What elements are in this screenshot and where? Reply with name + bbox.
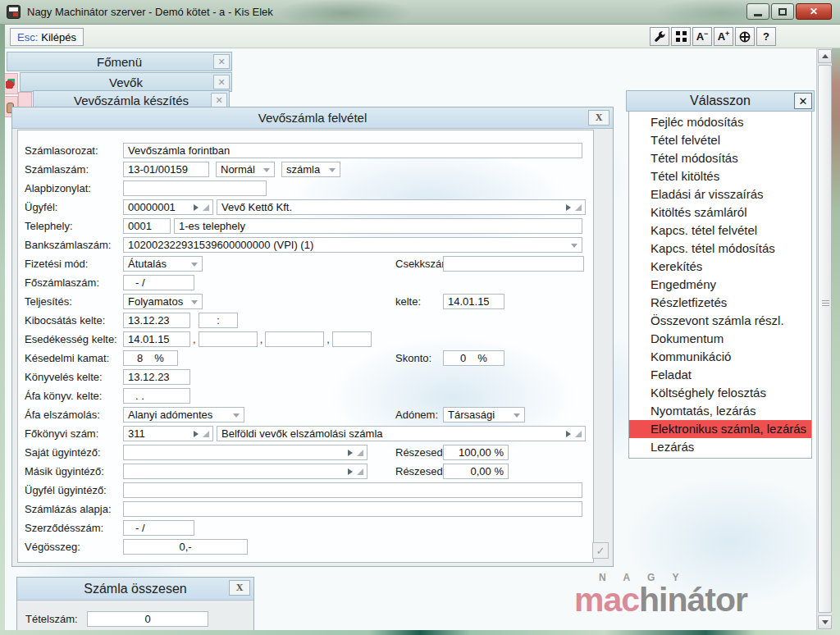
summary-close-button[interactable]: X (229, 580, 250, 596)
kibocsatas-ido-input[interactable]: : (199, 313, 238, 328)
fomenu-close-button[interactable]: ✕ (213, 54, 230, 69)
summary-title: Számla összesen (84, 582, 186, 596)
invoice-dialog-close-button[interactable]: X (588, 110, 609, 126)
form-row: Ügyfél ügyintéző: (25, 481, 587, 500)
kesedelmi-kamat-input[interactable]: 8% (123, 350, 178, 366)
form-row: Esedékesség kelte: 14.01.15 , , , (25, 330, 587, 349)
scroll-up-button[interactable] (818, 49, 832, 63)
menu-item[interactable]: Engedmény (629, 276, 811, 294)
corner-grip-icon (203, 431, 209, 437)
close-button[interactable]: ✕ (796, 3, 832, 20)
vevok-close-button[interactable]: ✕ (213, 75, 230, 89)
telephely-code-input[interactable]: 0001 (123, 218, 171, 234)
menu-item[interactable]: Kerekítés (629, 258, 811, 276)
tetelszam-input[interactable]: 0 (87, 611, 208, 627)
window-title: Nagy Machinátor szerver - Demó kötet - a… (27, 6, 273, 18)
menu-item[interactable]: Kapcs. tétel felvétel (629, 222, 811, 240)
layout-button[interactable] (671, 27, 691, 46)
bankszamla-select[interactable]: 102002322931539600000000 (VPI) (1) (123, 237, 582, 253)
invoice-dialog-title: Vevőszámla felvétel (258, 111, 368, 125)
menu-item[interactable]: Nyomtatás, lezárás (629, 402, 811, 420)
menu-item[interactable]: Dokumentum (629, 330, 811, 348)
menu-item[interactable]: Eladási ár visszaírás (629, 185, 811, 203)
afa-elszamolas-select[interactable]: Alanyi adómentes (123, 407, 244, 423)
fomenu-window-titlebar[interactable]: Főmenü ✕ (7, 52, 232, 71)
szamlaszam-type-select[interactable]: Normál (216, 162, 275, 177)
szamlaszam-kind-select[interactable]: számla (281, 162, 340, 177)
tetelszam-label: Tételszám: (25, 613, 87, 625)
font-larger-button[interactable]: A+ (714, 27, 733, 46)
ugyfel-name-lookup[interactable]: Vevő Kettő Kft. (217, 199, 586, 215)
sajat-reszesedes-input[interactable]: 100,00 % (443, 445, 509, 460)
teljesites-select[interactable]: Folyamatos (123, 294, 203, 309)
vegosszeg-input[interactable]: 0,- (123, 539, 248, 555)
scroll-down-button[interactable] (818, 615, 832, 629)
menu-item[interactable]: Lezárás (629, 438, 811, 456)
field-label: Késedelmi kamat: (25, 352, 123, 364)
skonto-input[interactable]: 0% (443, 350, 504, 366)
alapbizonylat-input[interactable] (123, 180, 267, 196)
menu-item[interactable]: Kapcs. tétel módosítás (629, 240, 811, 258)
szerzodesszam-input[interactable]: - / (123, 520, 194, 536)
menu-item[interactable]: Elektronikus számla, lezárás (629, 420, 811, 438)
esedekesseg-3-input[interactable] (265, 331, 324, 347)
fokonyvi-code-lookup[interactable]: 311 (123, 426, 213, 441)
font-smaller-button[interactable]: A− (692, 27, 712, 46)
lookup-arrow-icon (194, 204, 199, 211)
vevoszamla-close-button[interactable]: ✕ (211, 93, 227, 107)
ugyfel-ugyintezo-input[interactable] (123, 482, 582, 498)
field-label: Teljesítés: (25, 295, 123, 308)
vertical-scrollbar[interactable] (816, 48, 832, 630)
telephely-name-input[interactable]: 1-es telephely (174, 218, 582, 234)
menu-item[interactable]: Feladat (629, 366, 811, 384)
menu-item[interactable]: Tétel kitöltés (629, 167, 811, 185)
arrow-down-icon (822, 620, 829, 624)
foszamlaszam-input[interactable]: - / (123, 275, 194, 290)
fizetesimod-select[interactable]: Átutalás (123, 256, 203, 272)
brand-logo: N A G Y machinátor (574, 572, 820, 616)
exit-button[interactable]: Esc: Kilépés (10, 28, 84, 46)
corner-grip-icon (357, 468, 363, 475)
summary-row: Tételszám: 0 (25, 611, 208, 627)
menu-item[interactable]: Fejléc módosítás (629, 113, 811, 131)
szamlaszam-input[interactable]: 13-01/00159 (123, 162, 209, 177)
afa-konyveles-kelte-input[interactable]: . . (123, 388, 190, 404)
vevok-window-titlebar[interactable]: Vevők ✕ (20, 72, 232, 92)
menu-item[interactable]: Tétel felvétel (629, 131, 811, 149)
menu-item[interactable]: Kitöltés számláról (629, 203, 811, 222)
masik-ugyintezo-lookup[interactable] (123, 464, 368, 479)
konyveles-kelte-input[interactable]: 13.12.23 (123, 369, 190, 385)
esedekesseg-kelte-input[interactable]: 14.01.15 (123, 331, 190, 347)
minimize-button[interactable] (746, 3, 769, 20)
scrollbar-thumb[interactable] (818, 65, 832, 613)
menu-item[interactable]: Részletfizetés (629, 294, 811, 312)
fomenu-title: Főmenü (97, 55, 142, 69)
szamlasorozat-input[interactable]: Vevőszámla forintban (123, 143, 582, 158)
confirm-button[interactable]: ✓ (592, 542, 609, 559)
sajat-ugyintezo-lookup[interactable] (123, 445, 368, 460)
field-label: Alapbizonylat: (25, 182, 123, 194)
kibocsatas-kelte-input[interactable]: 13.12.23 (123, 313, 190, 328)
lookup-arrow-icon (348, 450, 353, 456)
esedekesseg-4-input[interactable] (332, 331, 372, 347)
csekkszam-input[interactable] (443, 256, 584, 272)
teljesites-kelte-input[interactable]: 14.01.15 (443, 294, 504, 309)
ugyfel-code-lookup[interactable]: 00000001 (123, 199, 213, 215)
szamlazas-alapja-input[interactable] (123, 501, 582, 517)
help-button[interactable]: ? (756, 27, 776, 46)
window-titlebar: Nagy Machinátor szerver - Demó kötet - a… (0, 0, 840, 25)
fokonyvi-name-lookup[interactable]: Belföldi vevők elszámolási számla (217, 426, 586, 441)
font-smaller-icon: A− (696, 30, 709, 43)
maximize-button[interactable] (771, 3, 794, 20)
menu-item[interactable]: Tétel módosítás (629, 149, 811, 167)
grid-icon (676, 31, 687, 42)
menu-item[interactable]: Összevont számla részl. (629, 312, 811, 330)
settings-button[interactable] (650, 27, 669, 46)
action-menu-close-button[interactable]: ✕ (794, 93, 812, 109)
menu-item[interactable]: Költséghely felosztás (629, 384, 811, 402)
esedekesseg-2-input[interactable] (199, 331, 258, 347)
masik-reszesedes-input[interactable]: 0,00 % (443, 464, 509, 479)
adonem-select[interactable]: Társasági (443, 407, 525, 423)
menu-item[interactable]: Kommunikáció (629, 348, 811, 366)
target-button[interactable] (735, 27, 755, 46)
